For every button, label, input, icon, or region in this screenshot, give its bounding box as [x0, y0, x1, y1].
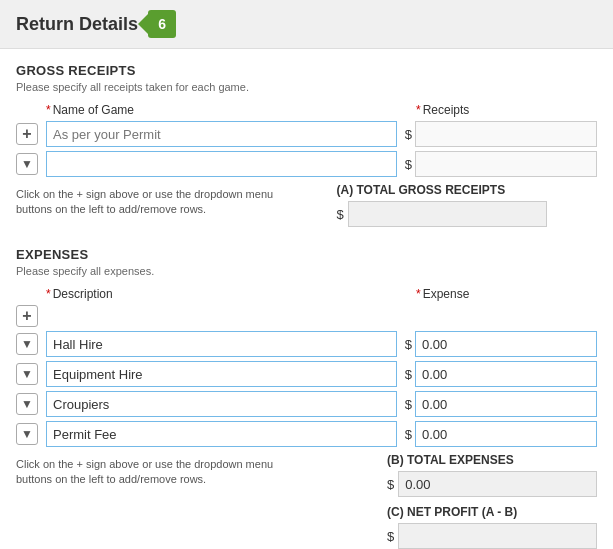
gross-receipts-section: GROSS RECEIPTS Please specify all receip…: [16, 63, 597, 235]
expenses-bottom: Click on the + sign above or use the dro…: [16, 453, 597, 549]
expenses-title: EXPENSES: [16, 247, 597, 262]
game-name-input[interactable]: [46, 121, 397, 147]
remove-expense-row-3[interactable]: ▼: [16, 423, 38, 445]
expenses-subtitle: Please specify all expenses.: [16, 265, 597, 277]
description-input-3[interactable]: [46, 421, 397, 447]
receipts-input-1[interactable]: [415, 151, 597, 177]
gross-receipts-subtitle: Please specify all receipts taken for ea…: [16, 81, 597, 93]
gross-receipts-bottom: Click on the + sign above or use the dro…: [16, 183, 597, 235]
expense-input-3[interactable]: [415, 421, 597, 447]
page-title: Return Details: [16, 14, 138, 35]
net-profit-label: (C) NET PROFIT (A - B): [387, 505, 597, 519]
col-receipts-header: *Receipts: [416, 103, 597, 117]
expense-wrapper-0: $: [405, 331, 597, 357]
total-expenses-input[interactable]: [398, 471, 597, 497]
total-gross-input[interactable]: [348, 201, 547, 227]
game-name-input-1[interactable]: [46, 151, 397, 177]
total-gross-label: (A) TOTAL GROSS RECEIPTS: [337, 183, 547, 197]
expenses-section: EXPENSES Please specify all expenses. *D…: [16, 247, 597, 549]
expense-row-2: ▼ $: [16, 391, 597, 417]
expense-row-1: ▼ $: [16, 361, 597, 387]
expense-wrapper-1: $: [405, 361, 597, 387]
expense-row-0: ▼ $: [16, 331, 597, 357]
expense-input-1[interactable]: [415, 361, 597, 387]
expense-row-3: ▼ $: [16, 421, 597, 447]
total-expenses-label: (B) TOTAL EXPENSES: [387, 453, 597, 467]
gross-receipts-title: GROSS RECEIPTS: [16, 63, 597, 78]
description-input-0[interactable]: [46, 331, 397, 357]
net-profit-input[interactable]: [398, 523, 597, 549]
total-gross-row: $: [337, 201, 547, 227]
page-header: Return Details 6: [0, 0, 613, 49]
net-profit-row: $: [387, 523, 597, 549]
expenses-header: *Description *Expense: [16, 287, 597, 301]
col-name-header: *Name of Game: [46, 103, 408, 117]
remove-expense-row-0[interactable]: ▼: [16, 333, 38, 355]
required-star-receipts: *: [416, 103, 421, 117]
receipt-wrapper-1: $: [405, 151, 597, 177]
remove-expense-row-1[interactable]: ▼: [16, 363, 38, 385]
gross-receipts-hint: Click on the + sign above or use the dro…: [16, 183, 286, 218]
receipt-wrapper: $: [405, 121, 597, 147]
step-badge: 6: [148, 10, 176, 38]
expenses-add-row: +: [16, 305, 597, 327]
required-star: *: [46, 103, 51, 117]
gross-receipts-total-block: (A) TOTAL GROSS RECEIPTS $: [337, 183, 547, 235]
total-expenses-row: $: [387, 471, 597, 497]
gross-receipts-row-1: ▼ $: [16, 151, 597, 177]
col-expense-header: *Expense: [416, 287, 597, 301]
expense-input-2[interactable]: [415, 391, 597, 417]
expenses-totals-block: (B) TOTAL EXPENSES $ (C) NET PROFIT (A -…: [387, 453, 597, 549]
remove-expense-row-2[interactable]: ▼: [16, 393, 38, 415]
gross-receipts-header: *Name of Game *Receipts: [16, 103, 597, 117]
expenses-hint: Click on the + sign above or use the dro…: [16, 453, 286, 488]
description-input-1[interactable]: [46, 361, 397, 387]
add-game-row-button[interactable]: +: [16, 123, 38, 145]
expense-wrapper-2: $: [405, 391, 597, 417]
receipts-input[interactable]: [415, 121, 597, 147]
col-description-header: *Description: [46, 287, 408, 301]
remove-game-row-button[interactable]: ▼: [16, 153, 38, 175]
add-expense-row-button[interactable]: +: [16, 305, 38, 327]
gross-receipts-add-row: + $: [16, 121, 597, 147]
description-input-2[interactable]: [46, 391, 397, 417]
expense-input-0[interactable]: [415, 331, 597, 357]
expense-wrapper-3: $: [405, 421, 597, 447]
